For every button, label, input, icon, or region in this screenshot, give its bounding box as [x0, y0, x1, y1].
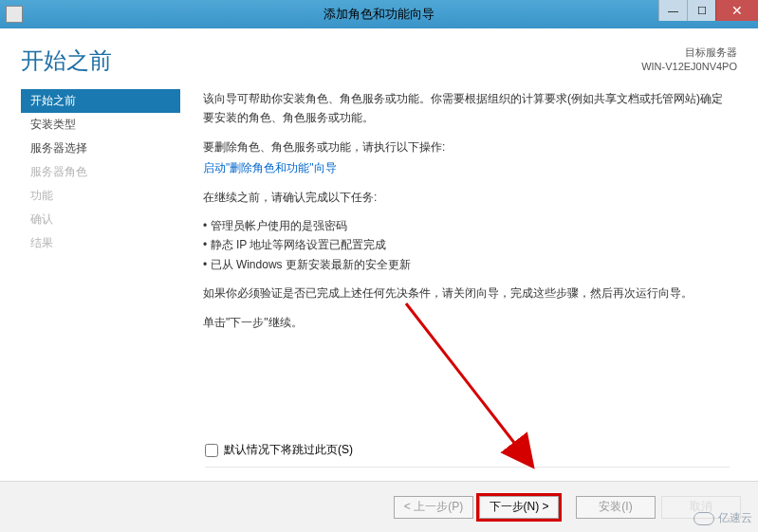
list-item: 已从 Windows 更新安装最新的安全更新	[203, 255, 730, 274]
step-before-you-begin[interactable]: 开始之前	[21, 89, 180, 113]
step-server-roles: 服务器角色	[21, 160, 180, 184]
skip-page-label: 默认情况下将跳过此页(S)	[224, 442, 353, 458]
previous-button: < 上一步(P)	[394, 496, 473, 519]
verify-line: 如果你必须验证是否已完成上述任何先决条件，请关闭向导，完成这些步骤，然后再次运行…	[203, 284, 730, 303]
watermark: 亿速云	[693, 510, 752, 526]
target-server-box: 目标服务器 WIN-V12EJ0NV4PO	[641, 46, 737, 75]
step-server-selection[interactable]: 服务器选择	[21, 137, 180, 160]
intro-text: 该向导可帮助你安装角色、角色服务或功能。你需要根据组织的计算要求(例如共享文档或…	[203, 89, 730, 128]
continue-line: 单击"下一步"继续。	[203, 313, 730, 332]
remove-roles-link[interactable]: 启动"删除角色和功能"向导	[203, 161, 337, 174]
divider	[205, 467, 730, 468]
header: 开始之前 目标服务器 WIN-V12EJ0NV4PO	[0, 28, 758, 83]
body-content: 该向导可帮助你安装角色、角色服务或功能。你需要根据组织的计算要求(例如共享文档或…	[180, 83, 758, 341]
cloud-icon	[693, 512, 714, 525]
next-button[interactable]: 下一步(N) >	[479, 496, 559, 519]
footer: < 上一步(P) 下一步(N) > 安装(I) 取消	[0, 481, 758, 532]
app-icon	[6, 6, 23, 23]
step-features: 功能	[21, 184, 180, 208]
wizard-steps-sidebar: 开始之前 安装类型 服务器选择 服务器角色 功能 确认 结果	[21, 83, 180, 341]
close-button[interactable]: ✕	[715, 0, 758, 21]
step-results: 结果	[21, 231, 180, 255]
precheck-line: 在继续之前，请确认完成以下任务:	[203, 188, 730, 207]
list-item: 管理员帐户使用的是强密码	[203, 216, 730, 235]
window-controls: — ☐ ✕	[658, 0, 758, 21]
skip-page-checkbox[interactable]	[205, 444, 218, 457]
window-title: 添加角色和功能向导	[324, 6, 434, 23]
step-confirmation: 确认	[21, 208, 180, 231]
remove-roles-line: 要删除角色、角色服务或功能，请执行以下操作:	[203, 138, 730, 156]
maximize-button[interactable]: ☐	[687, 0, 715, 21]
titlebar: 添加角色和功能向导 — ☐ ✕	[0, 0, 758, 28]
watermark-text: 亿速云	[718, 510, 752, 526]
list-item: 静态 IP 地址等网络设置已配置完成	[203, 235, 730, 254]
skip-page-row: 默认情况下将跳过此页(S)	[205, 442, 353, 458]
main-area: 开始之前 安装类型 服务器选择 服务器角色 功能 确认 结果 该向导可帮助你安装…	[0, 83, 758, 341]
page-title: 开始之前	[21, 46, 112, 76]
precheck-list: 管理员帐户使用的是强密码 静态 IP 地址等网络设置已配置完成 已从 Windo…	[203, 216, 730, 274]
step-installation-type[interactable]: 安装类型	[21, 113, 180, 137]
target-server-name: WIN-V12EJ0NV4PO	[641, 60, 737, 74]
minimize-button[interactable]: —	[658, 0, 687, 21]
target-server-label: 目标服务器	[641, 46, 737, 60]
install-button: 安装(I)	[576, 496, 656, 519]
